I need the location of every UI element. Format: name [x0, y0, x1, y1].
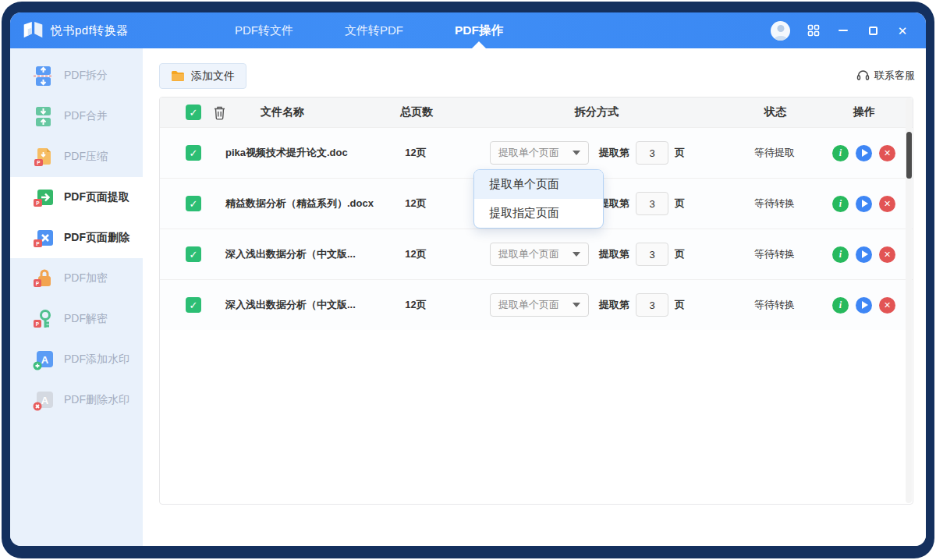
split-method-dropdown: 提取单个页面 提取指定页面 — [473, 169, 604, 229]
info-icon[interactable]: i — [832, 297, 849, 314]
sidebar-item-pdf-add-watermark[interactable]: A PDF添加水印 — [10, 339, 143, 380]
start-icon[interactable] — [856, 246, 872, 263]
row-checkbox[interactable]: ✓ — [186, 246, 201, 262]
row-checkbox[interactable]: ✓ — [186, 145, 201, 161]
header-status: 状态 — [735, 105, 816, 119]
close-icon: ✕ — [898, 25, 908, 37]
sidebar-item-label: PDF压缩 — [64, 150, 108, 164]
extract-page-input[interactable] — [636, 141, 668, 165]
sidebar-item-pdf-merge[interactable]: PDF合并 — [10, 96, 143, 136]
delete-selected-icon[interactable] — [213, 105, 226, 120]
maximize-button[interactable] — [867, 24, 879, 37]
row-checkbox[interactable]: ✓ — [186, 297, 201, 313]
sidebar-item-pdf-encrypt[interactable]: P PDF加密 — [10, 258, 143, 299]
info-icon[interactable]: i — [832, 196, 849, 212]
sidebar: PDF拆分 PDF合并 — [10, 48, 143, 546]
sidebar-item-label: PDF页面提取 — [64, 190, 129, 204]
sidebar-item-pdf-page-delete[interactable]: P PDF页面删除 — [10, 218, 143, 258]
split-method-select[interactable]: 提取单个页面 — [490, 243, 589, 266]
remove-icon[interactable]: ✕ — [879, 246, 895, 263]
dropdown-option-single-page[interactable]: 提取单个页面 — [474, 170, 603, 199]
chevron-down-icon — [573, 151, 580, 155]
sidebar-item-pdf-decrypt[interactable]: P PDF解密 — [10, 299, 143, 339]
file-name: 深入浅出数据分析（中文版... — [225, 247, 374, 261]
maximize-icon — [869, 27, 878, 35]
sidebar-item-label: PDF删除水印 — [64, 393, 129, 407]
extract-suffix: 页 — [675, 197, 685, 211]
svg-text:P: P — [37, 160, 41, 165]
total-pages: 12页 — [374, 197, 458, 211]
header-actions: 操作 — [816, 105, 913, 119]
svg-text:A: A — [41, 354, 49, 366]
table-row: ✓ 深入浅出数据分析（中文版... 12页 提取单个页面 提取第 页 — [160, 229, 913, 279]
sidebar-item-label: PDF拆分 — [64, 69, 108, 83]
app-window: 悦书pdf转换器 PDF转文件 文件转PDF PDF操作 — [10, 12, 926, 546]
sidebar-item-pdf-split[interactable]: PDF拆分 — [10, 55, 143, 96]
main-panel: 添加文件 联系客服 ✓ — [143, 48, 926, 546]
info-icon[interactable]: i — [832, 246, 849, 263]
split-method-value: 提取单个页面 — [498, 247, 559, 261]
sidebar-item-label: PDF添加水印 — [64, 353, 129, 367]
info-icon[interactable]: i — [832, 145, 849, 161]
sidebar-item-pdf-compress[interactable]: P PDF压缩 — [10, 136, 143, 177]
app-body: PDF拆分 PDF合并 — [10, 48, 926, 546]
tab-pdf-operations[interactable]: PDF操作 — [455, 12, 503, 48]
remove-icon[interactable]: ✕ — [879, 145, 895, 161]
sidebar-item-pdf-page-extract[interactable]: P PDF页面提取 — [10, 177, 143, 218]
start-icon[interactable] — [856, 196, 872, 212]
row-checkbox[interactable]: ✓ — [186, 196, 201, 211]
start-icon[interactable] — [856, 145, 872, 161]
svg-text:P: P — [36, 240, 40, 246]
tab-file-to-pdf[interactable]: 文件转PDF — [345, 12, 403, 48]
apps-grid-icon[interactable] — [807, 24, 820, 37]
avatar-head — [777, 25, 784, 32]
chevron-down-icon — [573, 252, 580, 257]
extract-page-input[interactable] — [636, 243, 668, 266]
status-text: 等待转换 — [734, 197, 815, 211]
tab-pdf-to-file[interactable]: PDF转文件 — [235, 12, 293, 48]
status-text: 等待转换 — [734, 298, 815, 312]
extract-page-input[interactable] — [636, 192, 668, 215]
header-split-method: 拆分方式 — [459, 105, 735, 119]
dropdown-option-specified-pages[interactable]: 提取指定页面 — [474, 199, 603, 228]
minimize-icon — [838, 30, 848, 31]
app-logo-icon — [23, 21, 44, 40]
remove-icon[interactable]: ✕ — [879, 196, 895, 212]
pdf-merge-icon — [33, 106, 54, 127]
file-name: 精益数据分析（精益系列）.docx — [225, 197, 374, 211]
remove-icon[interactable]: ✕ — [879, 297, 895, 314]
avatar-body — [774, 36, 787, 41]
pdf-compress-icon: P — [33, 147, 54, 168]
sidebar-item-label: PDF页面删除 — [64, 231, 129, 245]
start-icon[interactable] — [856, 297, 872, 314]
sidebar-item-label: PDF加密 — [64, 271, 108, 285]
scrollbar-thumb[interactable] — [906, 132, 912, 179]
extract-page-input[interactable] — [636, 293, 668, 317]
app-title: 悦书pdf转换器 — [51, 23, 129, 38]
contact-support-link[interactable]: 联系客服 — [856, 69, 915, 83]
sidebar-item-pdf-remove-watermark[interactable]: A PDF删除水印 — [10, 380, 143, 420]
sidebar-item-label: PDF解密 — [64, 312, 108, 326]
svg-text:P: P — [36, 280, 40, 285]
split-method-select[interactable]: 提取单个页面 — [490, 141, 589, 165]
extract-suffix: 页 — [675, 146, 685, 160]
pdf-encrypt-icon: P — [33, 268, 54, 289]
svg-text:P: P — [36, 321, 40, 326]
extract-prefix: 提取第 — [599, 247, 629, 261]
user-avatar[interactable] — [771, 21, 790, 41]
split-method-select[interactable]: 提取单个页面 — [490, 293, 589, 317]
minimize-button[interactable] — [837, 24, 849, 37]
extract-suffix: 页 — [675, 298, 685, 312]
extract-suffix: 页 — [675, 247, 685, 261]
file-name: pika视频技术提升论文.doc — [225, 146, 374, 160]
add-file-label: 添加文件 — [191, 69, 235, 83]
window-frame: 悦书pdf转换器 PDF转文件 文件转PDF PDF操作 — [2, 2, 934, 558]
status-text: 等待提取 — [734, 146, 815, 160]
total-pages: 12页 — [374, 298, 458, 312]
add-file-button[interactable]: 添加文件 — [159, 63, 246, 89]
select-all-checkbox[interactable]: ✓ — [186, 105, 201, 120]
nav-tabs: PDF转文件 文件转PDF PDF操作 — [235, 12, 503, 48]
close-button[interactable]: ✕ — [896, 24, 909, 37]
extract-prefix: 提取第 — [599, 298, 629, 312]
pdf-decrypt-icon: P — [33, 309, 54, 330]
